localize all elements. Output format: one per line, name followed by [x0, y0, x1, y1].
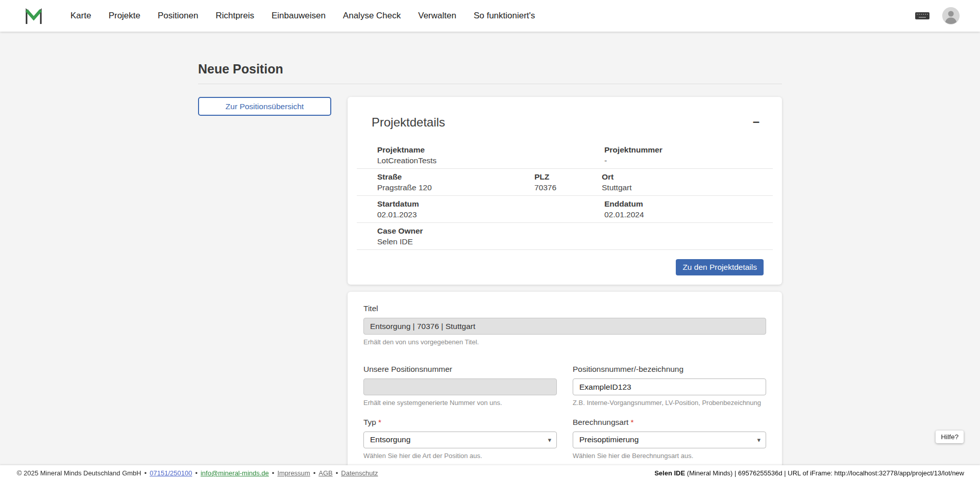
field-plz: PLZ 70376	[534, 171, 602, 193]
unsere-positionsnummer-label: Unsere Positionsnummer	[363, 365, 452, 374]
nav-item-positionen[interactable]: Positionen	[158, 11, 198, 21]
help-button[interactable]: Hilfe?	[936, 431, 964, 443]
field-projektnummer: Projektnummer -	[604, 144, 773, 166]
footer-left: © 2025 Mineral Minds Deutschland GmbH • …	[17, 469, 378, 477]
typ-select-value: Entsorgung	[370, 435, 410, 444]
footer-datenschutz-link[interactable]: Datenschutz	[341, 469, 378, 477]
nav-item-verwalten[interactable]: Verwalten	[418, 11, 456, 21]
position-form-card: Titel Erhält den von uns vorgegebenen Ti…	[348, 292, 782, 481]
typ-label: Typ	[363, 418, 376, 427]
titel-field: Titel Erhält den von uns vorgegebenen Ti…	[363, 304, 766, 346]
footer-agb-link[interactable]: AGB	[318, 469, 332, 477]
bullet-separator: •	[313, 469, 316, 477]
footer-user-name: Selen IDE	[654, 469, 685, 477]
main-content: Neue Position Zur Positionsübersicht Pro…	[0, 32, 980, 481]
berechnungsart-label: Berechnungsart	[573, 418, 628, 427]
typ-select[interactable]: Entsorgung ▾	[363, 432, 557, 448]
chevron-down-icon: ▾	[548, 436, 551, 444]
nav-item-analyse-check[interactable]: Analyse Check	[343, 11, 401, 21]
top-navbar: Karte Projekte Positionen Richtpreis Ein…	[0, 0, 980, 32]
typ-help: Wählen Sie hier die Art der Position aus…	[363, 452, 557, 460]
titel-input	[363, 318, 766, 335]
field-strasse: Straße Pragstraße 120	[377, 171, 534, 193]
project-details-card: Projektdetails – Projektname LotCreation…	[348, 97, 782, 285]
table-row: Case Owner Selen IDE	[357, 223, 773, 250]
positionsnummer-help: Z.B. Interne-Vorgangsnummer, LV-Position…	[573, 399, 766, 407]
field-projektname: Projektname LotCreationTests	[377, 144, 604, 166]
left-column: Zur Positionsübersicht	[198, 97, 331, 116]
page-title: Neue Position	[198, 32, 782, 84]
mineral-minds-logo-icon	[23, 6, 44, 26]
user-avatar[interactable]	[942, 7, 960, 24]
berechnungsart-help: Wählen Sie hier die Berechnungsart aus.	[573, 452, 766, 460]
nav-right-actions	[915, 7, 960, 24]
titel-help: Erhält den von uns vorgegebenen Titel.	[363, 338, 766, 346]
right-column: Projektdetails – Projektname LotCreation…	[348, 97, 782, 481]
positionsnummer-label: Positionsnummer/-bezeichnung	[573, 365, 683, 374]
footer-session-details: (Mineral Minds) | 69576255536d | URL of …	[687, 469, 964, 477]
unsere-positionsnummer-help: Erhält eine systemgenerierte Nummer von …	[363, 399, 557, 407]
project-details-table: Projektname LotCreationTests Projektnumm…	[357, 142, 773, 250]
nav-item-richtpreis[interactable]: Richtpreis	[215, 11, 254, 21]
berechnungsart-select-value: Preisoptimierung	[579, 435, 639, 444]
bullet-separator: •	[195, 469, 198, 477]
footer-impressum-link[interactable]: Impressum	[277, 469, 310, 477]
titel-label: Titel	[363, 304, 378, 313]
positionsnummer-input[interactable]	[573, 378, 766, 395]
typ-field: Typ* Entsorgung ▾ Wählen Sie hier die Ar…	[363, 418, 557, 460]
table-row: Projektname LotCreationTests Projektnumm…	[357, 142, 773, 169]
required-asterisk: *	[378, 418, 381, 426]
nav-item-so-funktionierts[interactable]: So funktioniert's	[474, 11, 535, 21]
nav-item-projekte[interactable]: Projekte	[109, 11, 140, 21]
bullet-separator: •	[272, 469, 275, 477]
footer: © 2025 Mineral Minds Deutschland GmbH • …	[0, 465, 980, 481]
nav-item-einbauweisen[interactable]: Einbauweisen	[272, 11, 326, 21]
nav-item-karte[interactable]: Karte	[70, 11, 91, 21]
keyboard-icon[interactable]	[915, 11, 930, 21]
collapse-icon[interactable]: –	[753, 115, 760, 128]
unsere-positionsnummer-field: Unsere Positionsnummer Erhält eine syste…	[363, 365, 557, 407]
required-asterisk: *	[630, 418, 633, 426]
bullet-separator: •	[336, 469, 338, 477]
footer-phone-link[interactable]: 07151/250100	[150, 469, 192, 477]
field-ort: Ort Stuttgart	[602, 171, 773, 193]
positionsnummer-field: Positionsnummer/-bezeichnung Z.B. Intern…	[573, 365, 766, 407]
footer-session-info: Selen IDE (Mineral Minds) | 69576255536d…	[654, 469, 964, 477]
app-logo[interactable]	[23, 6, 44, 26]
bullet-separator: •	[144, 469, 147, 477]
field-startdatum: Startdatum 02.01.2023	[377, 198, 604, 220]
berechnungsart-select[interactable]: Preisoptimierung ▾	[573, 432, 766, 448]
unsere-positionsnummer-input	[363, 378, 557, 395]
berechnungsart-field: Berechnungsart* Preisoptimierung ▾ Wähle…	[573, 418, 766, 460]
person-icon	[942, 7, 960, 24]
footer-email-link[interactable]: info@mineral-minds.de	[201, 469, 269, 477]
field-case-owner: Case Owner Selen IDE	[377, 225, 604, 247]
field-enddatum: Enddatum 02.01.2024	[604, 198, 773, 220]
copyright-text: © 2025 Mineral Minds Deutschland GmbH	[17, 469, 141, 477]
chevron-down-icon: ▾	[757, 436, 761, 444]
back-to-positions-button[interactable]: Zur Positionsübersicht	[198, 97, 331, 116]
table-row: Straße Pragstraße 120 PLZ 70376 Ort Stut…	[357, 169, 773, 196]
project-details-title: Projektdetails	[372, 115, 760, 130]
to-project-details-button[interactable]: Zu den Projektdetails	[676, 259, 764, 275]
main-nav: Karte Projekte Positionen Richtpreis Ein…	[70, 11, 915, 21]
table-row: Startdatum 02.01.2023 Enddatum 02.01.202…	[357, 196, 773, 223]
